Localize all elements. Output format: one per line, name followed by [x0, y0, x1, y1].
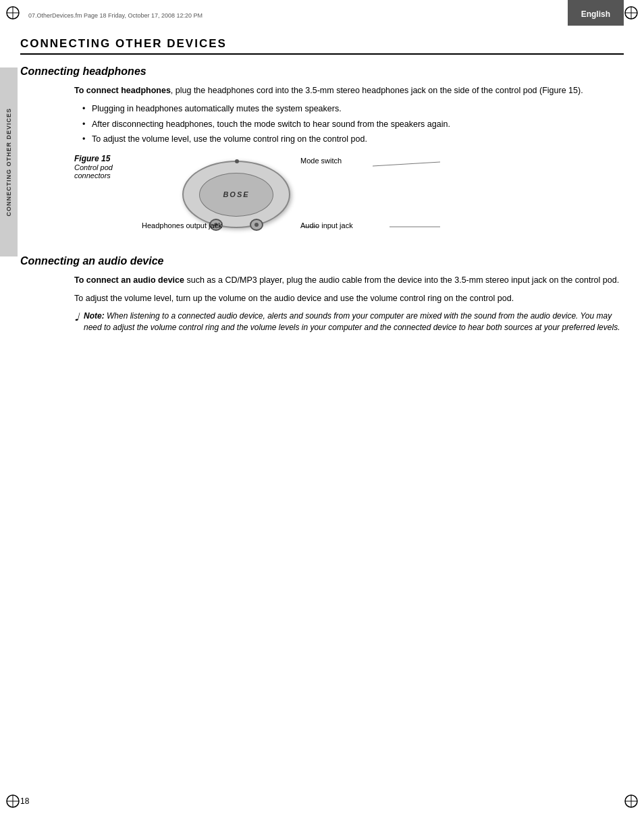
note-bold: Note: — [84, 311, 105, 321]
bullet-2: After disconnecting headphones, touch th… — [82, 118, 624, 131]
section1-heading: Connecting headphones — [20, 65, 624, 78]
section2-content: To connect an audio device such as a CD/… — [74, 274, 624, 333]
section-headphones: Connecting headphones To connect headpho… — [20, 65, 624, 242]
corner-mark-tr — [624, 5, 639, 20]
mode-switch-label: Mode switch — [300, 157, 342, 165]
audio-input-label: Audio input jack — [300, 221, 353, 229]
section1-intro-text: , plug the headphones cord into the 3.5-… — [171, 86, 583, 95]
section2-para1: To connect an audio device such as a CD/… — [74, 274, 624, 287]
section1-content: To connect headphones, plug the headphon… — [74, 84, 624, 242]
headphones-label: Headphones output jack — [142, 221, 222, 229]
page-number: 18 — [20, 796, 29, 806]
file-info: 07.OtherDevices.fm Page 18 Friday, Octob… — [28, 12, 203, 19]
page-title-block: Connecting Other Devices — [20, 37, 624, 55]
note-text: Note: When listening to a connected audi… — [84, 310, 624, 334]
sidebar-tab: Connecting Other Devices — [0, 67, 18, 256]
figure-desc: Control pod connectors — [74, 163, 128, 180]
audio-jack-inner — [254, 223, 259, 227]
audio-jack — [250, 219, 263, 231]
section2-para2: To adjust the volume level, turn up the … — [74, 292, 624, 305]
bullet-1: Plugging in headphones automatically mut… — [82, 103, 624, 115]
pod-mode-dot — [235, 159, 239, 163]
page-title: Connecting Other Devices — [20, 37, 624, 51]
bullet-3: To adjust the volume level, use the volu… — [82, 133, 624, 146]
corner-mark-br — [624, 794, 639, 809]
corner-mark-tl — [5, 5, 20, 20]
bose-logo: BOSE — [223, 190, 249, 198]
figure-label: Figure 15 — [74, 154, 128, 163]
corner-mark-bl — [5, 794, 20, 809]
section2-para1-text: such as a CD/MP3 player, plug the audio … — [184, 275, 619, 285]
pod-inner: BOSE — [199, 173, 273, 217]
section1-bullets: Plugging in headphones automatically mut… — [82, 103, 624, 146]
section1-intro-bold: To connect headphones — [74, 86, 171, 95]
figure-caption: Figure 15 Control pod connectors — [74, 154, 128, 180]
pod-illustration: BOSE Mode switc — [142, 154, 624, 242]
note-body: When listening to a connected audio devi… — [84, 311, 620, 332]
sidebar-label: Connecting Other Devices — [5, 108, 12, 217]
main-content: Connecting Other Devices Connecting head… — [20, 37, 624, 794]
language-tab: English — [568, 0, 624, 26]
note-icon: ♩ — [74, 309, 80, 325]
section1-intro: To connect headphones, plug the headphon… — [74, 84, 624, 97]
svg-line-12 — [373, 162, 440, 166]
section-audio-device: Connecting an audio device To connect an… — [20, 255, 624, 333]
figure-15: Figure 15 Control pod connectors — [74, 154, 624, 242]
section2-para1-bold: To connect an audio device — [74, 275, 184, 285]
note-block: ♩ Note: When listening to a connected au… — [74, 310, 624, 334]
section2-heading: Connecting an audio device — [20, 255, 624, 267]
